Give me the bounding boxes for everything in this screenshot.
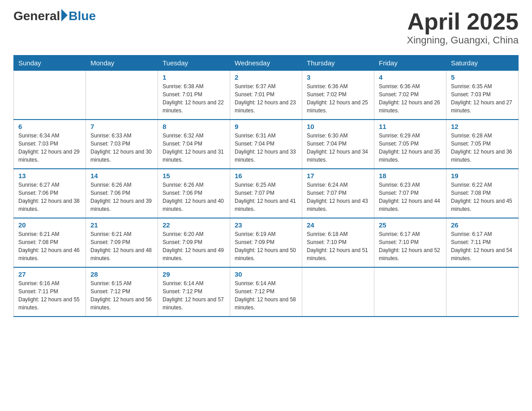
- calendar-cell: [86, 71, 158, 120]
- day-info: Sunrise: 6:23 AMSunset: 7:07 PMDaylight:…: [379, 181, 442, 213]
- day-info: Sunrise: 6:35 AMSunset: 7:03 PMDaylight:…: [451, 82, 514, 115]
- calendar-cell: 27Sunrise: 6:16 AMSunset: 7:11 PMDayligh…: [14, 267, 86, 317]
- calendar-cell: 3Sunrise: 6:36 AMSunset: 7:02 PMDaylight…: [302, 71, 374, 120]
- calendar-cell: [446, 267, 519, 317]
- calendar-cell: 2Sunrise: 6:37 AMSunset: 7:01 PMDaylight…: [230, 71, 302, 120]
- day-info: Sunrise: 6:34 AMSunset: 7:03 PMDaylight:…: [18, 132, 81, 164]
- calendar-header: SundayMondayTuesdayWednesdayThursdayFrid…: [14, 56, 519, 71]
- calendar-week-5: 27Sunrise: 6:16 AMSunset: 7:11 PMDayligh…: [14, 267, 519, 317]
- calendar-cell: 14Sunrise: 6:26 AMSunset: 7:06 PMDayligh…: [86, 169, 158, 218]
- day-number: 10: [307, 123, 369, 130]
- calendar-cell: [374, 267, 446, 317]
- day-number: 4: [379, 73, 442, 81]
- day-number: 7: [90, 123, 153, 130]
- calendar-cell: 12Sunrise: 6:28 AMSunset: 7:05 PMDayligh…: [446, 120, 519, 169]
- calendar-cell: 8Sunrise: 6:32 AMSunset: 7:04 PMDaylight…: [158, 120, 230, 169]
- logo-blue-text: Blue: [69, 9, 96, 23]
- logo-general-text: General: [13, 9, 60, 23]
- day-info: Sunrise: 6:21 AMSunset: 7:09 PMDaylight:…: [90, 230, 153, 262]
- day-number: 15: [163, 172, 225, 180]
- day-number: 8: [163, 123, 225, 130]
- day-info: Sunrise: 6:31 AMSunset: 7:04 PMDaylight:…: [235, 132, 297, 164]
- title-block: April 2025 Xingning, Guangxi, China: [407, 9, 519, 46]
- calendar-cell: 29Sunrise: 6:14 AMSunset: 7:12 PMDayligh…: [158, 267, 230, 317]
- calendar-body: 1Sunrise: 6:38 AMSunset: 7:01 PMDaylight…: [14, 71, 519, 317]
- day-info: Sunrise: 6:21 AMSunset: 7:08 PMDaylight:…: [18, 230, 81, 262]
- day-info: Sunrise: 6:38 AMSunset: 7:01 PMDaylight:…: [163, 82, 225, 115]
- calendar-cell: [302, 267, 374, 317]
- day-number: 30: [235, 270, 297, 278]
- calendar-cell: 4Sunrise: 6:36 AMSunset: 7:02 PMDaylight…: [374, 71, 446, 120]
- day-info: Sunrise: 6:16 AMSunset: 7:11 PMDaylight:…: [18, 279, 81, 312]
- day-number: 1: [163, 73, 225, 81]
- day-number: 5: [451, 73, 514, 81]
- calendar-cell: 17Sunrise: 6:24 AMSunset: 7:07 PMDayligh…: [302, 169, 374, 218]
- calendar-cell: 6Sunrise: 6:34 AMSunset: 7:03 PMDaylight…: [14, 120, 86, 169]
- day-number: 19: [451, 172, 514, 180]
- day-info: Sunrise: 6:26 AMSunset: 7:06 PMDaylight:…: [90, 181, 153, 213]
- day-info: Sunrise: 6:14 AMSunset: 7:12 PMDaylight:…: [235, 279, 297, 312]
- day-number: 25: [379, 221, 442, 229]
- calendar-cell: 1Sunrise: 6:38 AMSunset: 7:01 PMDaylight…: [158, 71, 230, 120]
- day-info: Sunrise: 6:37 AMSunset: 7:01 PMDaylight:…: [235, 82, 297, 115]
- day-info: Sunrise: 6:24 AMSunset: 7:07 PMDaylight:…: [307, 181, 369, 213]
- day-number: 6: [18, 123, 81, 130]
- calendar-cell: 26Sunrise: 6:17 AMSunset: 7:11 PMDayligh…: [446, 218, 519, 267]
- calendar-cell: 22Sunrise: 6:20 AMSunset: 7:09 PMDayligh…: [158, 218, 230, 267]
- calendar-cell: 23Sunrise: 6:19 AMSunset: 7:09 PMDayligh…: [230, 218, 302, 267]
- calendar-week-3: 13Sunrise: 6:27 AMSunset: 7:06 PMDayligh…: [14, 169, 519, 218]
- calendar-cell: 24Sunrise: 6:18 AMSunset: 7:10 PMDayligh…: [302, 218, 374, 267]
- calendar-cell: 9Sunrise: 6:31 AMSunset: 7:04 PMDaylight…: [230, 120, 302, 169]
- calendar-cell: 13Sunrise: 6:27 AMSunset: 7:06 PMDayligh…: [14, 169, 86, 218]
- calendar-cell: [14, 71, 86, 120]
- calendar-cell: 20Sunrise: 6:21 AMSunset: 7:08 PMDayligh…: [14, 218, 86, 267]
- day-number: 2: [235, 73, 297, 81]
- day-info: Sunrise: 6:19 AMSunset: 7:09 PMDaylight:…: [235, 230, 297, 262]
- day-number: 24: [307, 221, 369, 229]
- weekday-header-wednesday: Wednesday: [230, 56, 302, 71]
- weekday-header-tuesday: Tuesday: [158, 56, 230, 71]
- day-info: Sunrise: 6:22 AMSunset: 7:08 PMDaylight:…: [451, 181, 514, 213]
- day-info: Sunrise: 6:15 AMSunset: 7:12 PMDaylight:…: [90, 279, 153, 312]
- calendar-cell: 25Sunrise: 6:17 AMSunset: 7:10 PMDayligh…: [374, 218, 446, 267]
- day-number: 9: [235, 123, 297, 130]
- day-number: 20: [18, 221, 81, 229]
- weekday-header-monday: Monday: [86, 56, 158, 71]
- day-info: Sunrise: 6:28 AMSunset: 7:05 PMDaylight:…: [451, 132, 514, 164]
- day-info: Sunrise: 6:25 AMSunset: 7:07 PMDaylight:…: [235, 181, 297, 213]
- logo-triangle-icon: [61, 9, 68, 21]
- day-number: 14: [90, 172, 153, 180]
- calendar-cell: 5Sunrise: 6:35 AMSunset: 7:03 PMDaylight…: [446, 71, 519, 120]
- calendar-cell: 16Sunrise: 6:25 AMSunset: 7:07 PMDayligh…: [230, 169, 302, 218]
- weekday-header-saturday: Saturday: [446, 56, 519, 71]
- calendar-table: SundayMondayTuesdayWednesdayThursdayFrid…: [13, 55, 519, 317]
- calendar-cell: 19Sunrise: 6:22 AMSunset: 7:08 PMDayligh…: [446, 169, 519, 218]
- day-number: 16: [235, 172, 297, 180]
- day-number: 18: [379, 172, 442, 180]
- calendar-cell: 11Sunrise: 6:29 AMSunset: 7:05 PMDayligh…: [374, 120, 446, 169]
- day-info: Sunrise: 6:17 AMSunset: 7:11 PMDaylight:…: [451, 230, 514, 262]
- weekday-header-friday: Friday: [374, 56, 446, 71]
- calendar-cell: 15Sunrise: 6:26 AMSunset: 7:06 PMDayligh…: [158, 169, 230, 218]
- page-subtitle: Xingning, Guangxi, China: [407, 34, 519, 46]
- day-number: 21: [90, 221, 153, 229]
- day-number: 26: [451, 221, 514, 229]
- day-info: Sunrise: 6:29 AMSunset: 7:05 PMDaylight:…: [379, 132, 442, 164]
- day-number: 23: [235, 221, 297, 229]
- day-info: Sunrise: 6:20 AMSunset: 7:09 PMDaylight:…: [163, 230, 225, 262]
- calendar-week-2: 6Sunrise: 6:34 AMSunset: 7:03 PMDaylight…: [14, 120, 519, 169]
- page-title: April 2025: [407, 9, 519, 34]
- day-number: 3: [307, 73, 369, 81]
- weekday-header-sunday: Sunday: [14, 56, 86, 71]
- weekday-header-row: SundayMondayTuesdayWednesdayThursdayFrid…: [14, 56, 519, 71]
- calendar-week-4: 20Sunrise: 6:21 AMSunset: 7:08 PMDayligh…: [14, 218, 519, 267]
- day-number: 29: [163, 270, 225, 278]
- calendar-cell: 10Sunrise: 6:30 AMSunset: 7:04 PMDayligh…: [302, 120, 374, 169]
- calendar-cell: 30Sunrise: 6:14 AMSunset: 7:12 PMDayligh…: [230, 267, 302, 317]
- day-number: 28: [90, 270, 153, 278]
- day-number: 27: [18, 270, 81, 278]
- day-info: Sunrise: 6:36 AMSunset: 7:02 PMDaylight:…: [307, 82, 369, 115]
- day-number: 17: [307, 172, 369, 180]
- day-info: Sunrise: 6:33 AMSunset: 7:03 PMDaylight:…: [90, 132, 153, 164]
- day-info: Sunrise: 6:36 AMSunset: 7:02 PMDaylight:…: [379, 82, 442, 115]
